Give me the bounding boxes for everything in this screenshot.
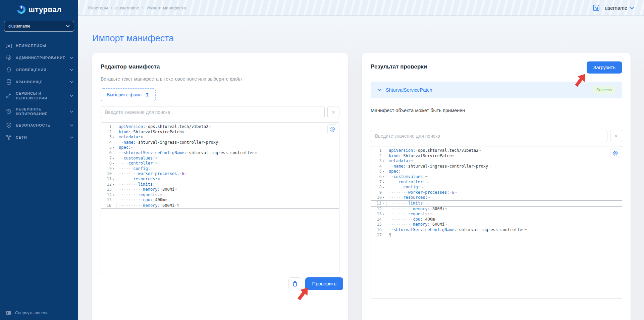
- sidebar-item-7[interactable]: СЕТИ: [0, 131, 78, 143]
- line-number: 13: [377, 212, 382, 217]
- fold-toggle-icon[interactable]: ▾: [382, 180, 385, 185]
- breadcrumb-item-1[interactable]: clustername: [115, 5, 139, 10]
- code-line-12: 12··········memory:·800Mi¬: [371, 207, 622, 212]
- sidebar-item-2[interactable]: ОПОВЕЩЕНИЯ: [0, 64, 78, 76]
- manifest-code-editor[interactable]: 1apiVersion:·ops.shturval.tech/v1beta2¤2…: [101, 122, 339, 274]
- result-search-input[interactable]: [371, 130, 607, 142]
- sidebar-item-label: НЕЙМСПЕЙСЫ: [16, 43, 73, 48]
- check-button[interactable]: Проверить: [305, 277, 343, 290]
- fold-toggle-icon[interactable]: ▾: [381, 201, 385, 206]
- code-line-15: 15··········cpu:·400m¤: [101, 197, 339, 203]
- cluster-select[interactable]: clustername: [4, 21, 74, 32]
- sidebar-item-5[interactable]: РЕЗЕРВНОЕ КОПИРОВАНИЕ: [0, 104, 78, 120]
- line-number: 5: [109, 145, 112, 150]
- line-number: 6: [109, 150, 112, 156]
- clear-editor-trash-button[interactable]: [288, 277, 301, 290]
- code-line-2: 2kind:·ShturvalServicePatch¬: [371, 153, 622, 159]
- fold-toggle-icon[interactable]: ▾: [382, 195, 385, 200]
- result-search-clear-button[interactable]: ✕: [610, 130, 622, 142]
- code-line-10: 10▾······resources:¬: [371, 195, 622, 200]
- sidebar-item-6[interactable]: БЕЗОПАСНОСТЬ: [0, 119, 78, 131]
- choose-file-button[interactable]: Выберите файл: [101, 88, 156, 101]
- code-line-9: 9▾······config:¤: [101, 166, 339, 172]
- line-number: 14: [377, 217, 382, 222]
- code-line-1: 1apiVersion:·ops.shturval.tech/v1beta2¬: [371, 148, 622, 153]
- svg-text:{=}: {=}: [6, 43, 12, 48]
- result-card-title: Результат проверки: [371, 63, 427, 70]
- chevron-down-icon: [70, 80, 73, 84]
- bottom-divider: [371, 309, 622, 309]
- tools-icon: [5, 93, 12, 99]
- upload-button[interactable]: Загрузить: [587, 61, 622, 74]
- fold-toggle-icon[interactable]: ▾: [112, 135, 115, 140]
- fold-toggle-icon[interactable]: ▾: [112, 192, 115, 198]
- line-number: 2: [379, 153, 382, 159]
- line-number: 15: [107, 197, 112, 203]
- editor-search-input[interactable]: [101, 106, 325, 118]
- fold-toggle-icon[interactable]: ▾: [112, 156, 115, 161]
- chevron-down-icon: [70, 93, 73, 98]
- bell-icon: [5, 67, 12, 73]
- check-result-card: Результат проверки Загрузить ShturvalSer…: [362, 53, 631, 320]
- code-line-10: 10········worker-processes:·6¤: [101, 171, 339, 177]
- sidebar-item-4[interactable]: СЕРВИСЫ И РЕПОЗИТОРИИ: [0, 88, 78, 104]
- text-cursor: [180, 203, 180, 207]
- sidebar-item-label: СЕРВИСЫ И РЕПОЗИТОРИИ: [16, 91, 66, 101]
- fold-toggle-icon[interactable]: ▾: [382, 169, 385, 174]
- sidebar-item-0[interactable]: {=}НЕЙМСПЕЙСЫ: [0, 40, 78, 52]
- line-number: 7: [379, 180, 382, 185]
- code-line-5: 5▾spec:¬: [371, 169, 622, 174]
- sidebar-item-label: АДМИНИСТРИРОВАНИЕ: [16, 55, 66, 60]
- collapse-label: Свернуть панель: [15, 311, 48, 315]
- gear-icon: [5, 55, 12, 61]
- breadcrumb-item-2[interactable]: Импорт манифеста: [147, 5, 186, 10]
- editor-search-clear-button[interactable]: ✕: [327, 106, 339, 118]
- line-number: 11: [107, 177, 112, 182]
- sidebar-item-1[interactable]: АДМИНИСТРИРОВАНИЕ: [0, 52, 78, 64]
- fold-toggle-icon[interactable]: ▾: [382, 174, 385, 180]
- line-number: 16: [377, 227, 382, 233]
- code-line-17: 17¶: [371, 233, 622, 238]
- result-code-editor[interactable]: 1apiVersion:·ops.shturval.tech/v1beta2¬2…: [371, 146, 622, 299]
- line-number: 11: [377, 201, 381, 206]
- editor-settings-gear-icon[interactable]: [610, 148, 620, 158]
- chevron-down-icon: [66, 24, 70, 29]
- collapse-panel-button[interactable]: Свернуть панель: [5, 310, 48, 316]
- resource-kind-label: ShturvalServicePatch: [386, 87, 432, 93]
- topbar-right: username: [592, 4, 634, 12]
- code-line-4: 4··name:·shturval-ingress-controller-pro…: [101, 140, 339, 145]
- breadcrumb-item-0[interactable]: Кластеры: [88, 5, 108, 10]
- fold-toggle-icon[interactable]: ▾: [112, 145, 115, 150]
- exit-cluster-icon[interactable]: [592, 4, 600, 12]
- code-line-7: 7▾··customvalues:¤: [101, 156, 339, 161]
- editor-settings-gear-icon[interactable]: [327, 124, 337, 134]
- result-message: Манифест объекта может быть применен: [371, 108, 622, 113]
- code-line-6: 6▾··customvalues:¬: [371, 174, 622, 180]
- breadcrumb-separator: ›: [142, 5, 144, 10]
- content: Импорт манифеста Редактор манифеста Вста…: [78, 16, 644, 320]
- sidebar-item-label: РЕЗЕРВНОЕ КОПИРОВАНИЕ: [16, 107, 66, 117]
- line-number: 1: [109, 124, 112, 130]
- line-number: 1: [379, 148, 382, 153]
- sidebar-item-3[interactable]: ХРАНИЛИЩЕ: [0, 76, 78, 88]
- network-icon: [5, 134, 12, 140]
- chevron-down-icon: [70, 109, 73, 114]
- fold-toggle-icon[interactable]: ▾: [112, 177, 115, 182]
- result-search-row: ✕: [371, 130, 622, 142]
- fold-toggle-icon[interactable]: ▾: [112, 166, 115, 172]
- fold-toggle-icon[interactable]: ▾: [382, 185, 385, 190]
- fold-toggle-icon[interactable]: ▾: [382, 212, 385, 217]
- fold-toggle-icon[interactable]: ▾: [112, 161, 115, 166]
- sidebar-item-label: БЕЗОПАСНОСТЬ: [16, 123, 66, 128]
- line-number: 9: [109, 166, 112, 172]
- fold-toggle-icon[interactable]: ▾: [112, 182, 115, 187]
- code-line-9: 9········worker-processes:·6¬: [371, 190, 622, 195]
- user-menu[interactable]: username: [605, 5, 634, 11]
- line-number: 10: [377, 195, 382, 200]
- line-number: 16: [107, 203, 111, 209]
- line-number: 17: [377, 233, 382, 238]
- breadcrumb: Кластеры›clustername›Импорт манифеста: [88, 5, 186, 10]
- logo: штурвал: [0, 0, 78, 17]
- code-line-8: 8▾····controller:¤: [101, 161, 339, 166]
- fold-toggle-icon[interactable]: ▾: [382, 158, 385, 164]
